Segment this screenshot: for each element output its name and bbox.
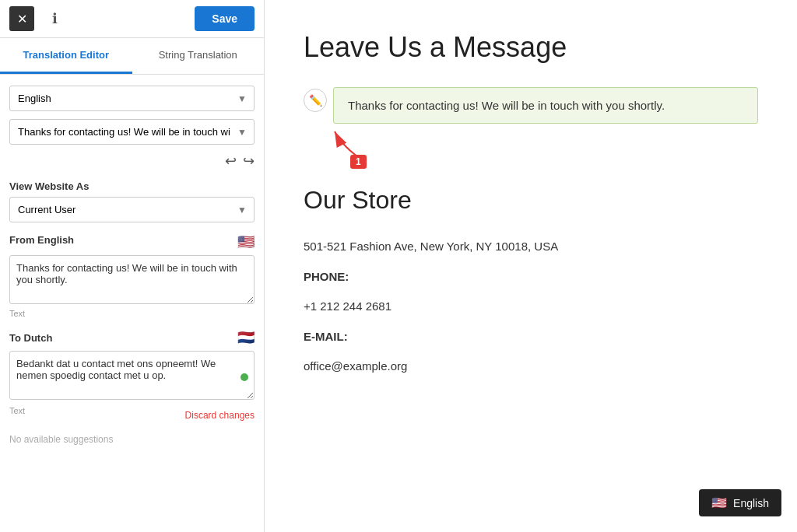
to-dutch-header: To Dutch 🇳🇱 <box>9 329 255 346</box>
email-label: E-MAIL: <box>304 330 348 343</box>
undo-redo-bar: ↩ ↪ <box>9 152 255 170</box>
english-flag: 🇺🇸 <box>237 233 255 250</box>
annotation-area: ✏️ Thanks for contacting us! We will be … <box>304 87 758 163</box>
redo-button[interactable]: ↪ <box>243 152 255 170</box>
undo-button[interactable]: ↩ <box>225 152 237 170</box>
info-button[interactable]: ℹ <box>42 6 67 31</box>
right-panel: Leave Us a Message ✏️ Thanks for contact… <box>265 0 797 532</box>
string-select-wrapper: Thanks for contacting us! We will be in … <box>9 119 255 145</box>
close-button[interactable]: ✕ <box>9 6 34 31</box>
panel-body: English Dutch French ▼ Thanks for contac… <box>0 75 264 532</box>
tab-translation-editor[interactable]: Translation Editor <box>0 38 132 74</box>
view-website-as-label: View Website As <box>9 180 255 192</box>
phone-number: +1 212 244 2681 <box>304 298 758 316</box>
language-badge-label: English <box>733 497 769 509</box>
tabs: Translation Editor String Translation <box>0 38 264 75</box>
view-as-select-wrapper: Current User Guest Admin ▼ <box>9 197 255 222</box>
string-select[interactable]: Thanks for contacting us! We will be in … <box>9 119 255 145</box>
from-english-field-type: Text <box>9 309 255 318</box>
to-dutch-textarea[interactable] <box>9 351 255 400</box>
discard-changes-link[interactable]: Discard changes <box>185 410 255 421</box>
top-bar: ✕ ℹ Save <box>0 0 264 38</box>
highlighted-msg-wrapper: ✏️ Thanks for contacting us! We will be … <box>304 87 758 124</box>
store-info: 501-521 Fashion Ave, New York, NY 10018,… <box>304 238 758 376</box>
dutch-footer: Text Discard changes <box>9 404 255 426</box>
page-title: Leave Us a Message <box>304 31 758 64</box>
phone-section: PHONE: <box>304 268 758 286</box>
dutch-textarea-wrapper: 2 <box>9 351 255 403</box>
arrow-area: 1 <box>304 131 758 163</box>
language-select-wrapper: English Dutch French ▼ <box>9 86 255 111</box>
tab-string-translation[interactable]: String Translation <box>132 38 265 74</box>
email-section: E-MAIL: <box>304 328 758 346</box>
dutch-flag: 🇳🇱 <box>237 329 255 346</box>
phone-label: PHONE: <box>304 270 349 283</box>
from-english-textarea[interactable] <box>9 255 255 304</box>
left-panel: ✕ ℹ Save Translation Editor String Trans… <box>0 0 265 532</box>
no-suggestions: No available suggestions <box>9 434 255 445</box>
email-address: office@example.org <box>304 358 758 376</box>
language-select[interactable]: English Dutch French <box>9 86 255 111</box>
save-button[interactable]: Save <box>195 6 255 31</box>
from-english-label: From English <box>9 234 74 246</box>
store-title: Our Store <box>304 186 758 215</box>
view-website-as-section: View Website As Current User Guest Admin… <box>9 180 255 222</box>
from-english-section: From English 🇺🇸 Text <box>9 233 255 318</box>
green-dot-indicator <box>241 373 248 381</box>
edit-pencil-button[interactable]: ✏️ <box>304 89 327 112</box>
dutch-field-type: Text <box>9 406 25 415</box>
from-english-header: From English 🇺🇸 <box>9 233 255 250</box>
annotation-badge-1: 1 <box>350 155 367 169</box>
store-address: 501-521 Fashion Ave, New York, NY 10018,… <box>304 238 758 256</box>
to-dutch-label: To Dutch <box>9 332 52 344</box>
highlighted-message: Thanks for contacting us! We will be in … <box>333 87 758 124</box>
view-as-select[interactable]: Current User Guest Admin <box>9 197 255 222</box>
language-badge[interactable]: 🇺🇸 English <box>699 489 781 516</box>
to-dutch-section: To Dutch 🇳🇱 2 Text Discard changes No av… <box>9 329 255 445</box>
language-badge-flag: 🇺🇸 <box>711 495 727 510</box>
